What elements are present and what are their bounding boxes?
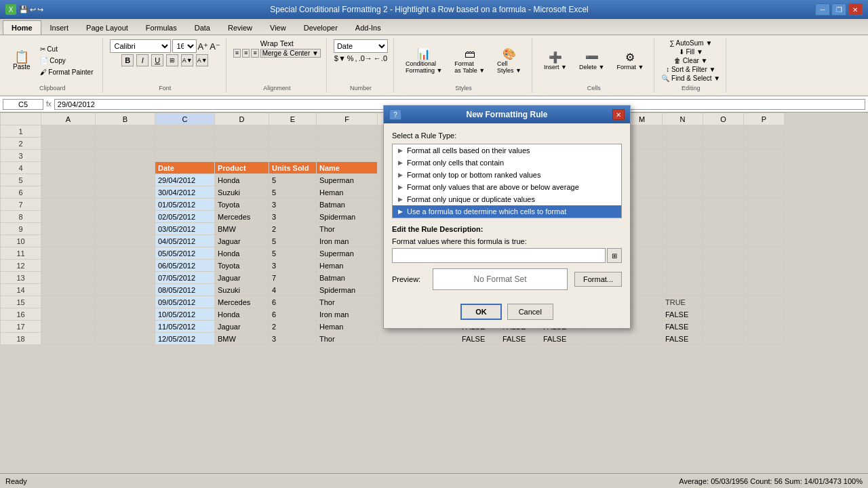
col-header-E[interactable]: E: [269, 113, 317, 125]
table-cell[interactable]: [41, 235, 96, 247]
table-cell[interactable]: [41, 186, 96, 199]
table-cell[interactable]: Heman: [317, 321, 378, 333]
format-as-table-btn[interactable]: 🗃 Formatas Table ▼: [450, 46, 490, 76]
table-cell[interactable]: [703, 162, 744, 174]
table-cell[interactable]: [41, 199, 96, 211]
rule-type-item-2[interactable]: ▶ Format only top or bottom ranked value…: [393, 169, 621, 181]
clear-btn[interactable]: 🗑 Clear ▼: [674, 57, 707, 64]
table-cell[interactable]: [703, 223, 744, 235]
table-cell[interactable]: BMW: [215, 333, 269, 345]
align-right-btn[interactable]: ≡: [251, 49, 258, 58]
table-cell[interactable]: [703, 150, 744, 162]
table-cell[interactable]: [215, 125, 269, 138]
table-cell[interactable]: 5: [269, 235, 317, 247]
table-cell[interactable]: Iron man: [317, 235, 378, 247]
table-cell[interactable]: [744, 162, 785, 174]
col-header-O[interactable]: O: [703, 113, 744, 125]
bold-btn[interactable]: B: [121, 54, 134, 66]
table-cell[interactable]: 7: [269, 272, 317, 284]
table-cell[interactable]: Toyota: [215, 199, 269, 211]
table-cell[interactable]: 2: [269, 223, 317, 235]
table-cell[interactable]: [744, 186, 785, 199]
table-cell[interactable]: 05/05/2012: [155, 247, 215, 260]
border-btn[interactable]: ⊞: [166, 54, 178, 66]
table-cell[interactable]: Heman: [317, 186, 378, 199]
table-cell[interactable]: Name: [317, 162, 378, 174]
tab-formulas[interactable]: Formulas: [137, 20, 186, 35]
table-cell[interactable]: [744, 272, 785, 284]
col-header-A[interactable]: A: [41, 113, 96, 125]
table-cell[interactable]: [41, 223, 96, 235]
table-cell[interactable]: [703, 272, 744, 284]
align-center-btn[interactable]: ≡: [242, 49, 250, 58]
table-cell[interactable]: [744, 199, 785, 211]
find-select-btn[interactable]: 🔍 Find & Select ▼: [661, 75, 720, 82]
delete-btn[interactable]: ➖ Delete ▼: [574, 49, 609, 73]
table-cell[interactable]: 3: [269, 333, 317, 345]
table-cell[interactable]: Batman: [317, 272, 378, 284]
table-cell[interactable]: Date: [155, 162, 215, 174]
table-cell[interactable]: 4: [269, 284, 317, 296]
table-cell[interactable]: [744, 284, 785, 296]
tab-view[interactable]: View: [261, 20, 295, 35]
table-cell[interactable]: [96, 199, 155, 211]
table-cell[interactable]: FALSE: [500, 333, 540, 345]
table-cell[interactable]: Honda: [215, 174, 269, 186]
table-cell[interactable]: [96, 284, 155, 296]
tab-insert[interactable]: Insert: [41, 20, 78, 35]
table-cell[interactable]: [155, 125, 215, 138]
name-box[interactable]: [3, 99, 43, 110]
wrap-text-btn[interactable]: Wrap Text: [260, 39, 294, 47]
autosum-btn[interactable]: ∑ AutoSum ▼: [669, 39, 712, 47]
fill-color-btn[interactable]: A▼: [181, 54, 193, 66]
table-cell[interactable]: [703, 211, 744, 223]
table-cell[interactable]: [703, 247, 744, 260]
table-cell[interactable]: [703, 284, 744, 296]
tab-review[interactable]: Review: [219, 20, 261, 35]
tab-data[interactable]: Data: [186, 20, 219, 35]
table-cell[interactable]: [744, 223, 785, 235]
align-left-btn[interactable]: ≡: [233, 49, 241, 58]
table-cell[interactable]: [744, 150, 785, 162]
table-cell[interactable]: [744, 308, 785, 321]
table-cell[interactable]: Mercedes: [215, 296, 269, 308]
col-header-F[interactable]: F: [317, 113, 378, 125]
table-cell[interactable]: 07/05/2012: [155, 272, 215, 284]
table-cell[interactable]: Honda: [215, 247, 269, 260]
table-cell[interactable]: [41, 333, 96, 345]
table-cell[interactable]: [215, 150, 269, 162]
table-cell[interactable]: [215, 138, 269, 150]
table-cell[interactable]: 02/05/2012: [155, 211, 215, 223]
currency-btn[interactable]: $▼: [334, 54, 346, 62]
table-cell[interactable]: [41, 125, 96, 138]
table-cell[interactable]: [703, 333, 744, 345]
decrease-font-icon[interactable]: A⁻: [210, 41, 220, 52]
font-size-selector[interactable]: 16: [172, 39, 197, 53]
table-cell[interactable]: 3: [269, 199, 317, 211]
table-cell[interactable]: Product: [215, 162, 269, 174]
table-cell[interactable]: Superman: [317, 174, 378, 186]
table-cell[interactable]: [663, 125, 703, 138]
table-cell[interactable]: [96, 308, 155, 321]
table-cell[interactable]: [317, 138, 378, 150]
table-cell[interactable]: [41, 296, 96, 308]
table-cell[interactable]: [269, 125, 317, 138]
tab-add-ins[interactable]: Add-Ins: [347, 20, 390, 35]
table-cell[interactable]: 3: [269, 260, 317, 272]
table-cell[interactable]: [744, 235, 785, 247]
table-cell[interactable]: [41, 284, 96, 296]
table-cell[interactable]: Thor: [317, 296, 378, 308]
formula-ref-btn[interactable]: ⊞: [607, 248, 622, 263]
table-cell[interactable]: [41, 247, 96, 260]
table-cell[interactable]: [744, 333, 785, 345]
table-cell[interactable]: [96, 235, 155, 247]
table-cell[interactable]: [96, 333, 155, 345]
table-cell[interactable]: [96, 150, 155, 162]
table-cell[interactable]: Units Sold: [269, 162, 317, 174]
table-cell[interactable]: 6: [269, 308, 317, 321]
table-cell[interactable]: [744, 138, 785, 150]
table-cell[interactable]: [317, 125, 378, 138]
paste-btn[interactable]: 📋 Paste: [8, 49, 35, 73]
table-cell[interactable]: Superman: [317, 247, 378, 260]
table-cell[interactable]: [663, 223, 703, 235]
